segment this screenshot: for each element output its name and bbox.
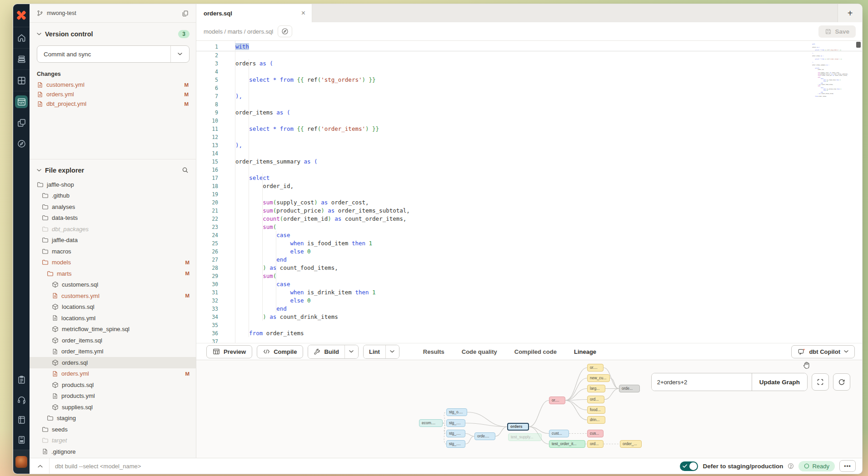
lineage-node-new_cu[interactable]: new_cu... (587, 374, 610, 382)
user-avatar-cell[interactable] (13, 450, 30, 474)
file-tree-item-locations-sql[interactable]: locations.sql (30, 302, 196, 313)
code-editor[interactable]: 1with23orders as (45 select * from {{ re… (196, 41, 862, 343)
rail-item-changelog-kiosk[interactable] (13, 430, 30, 450)
lineage-node-or_y[interactable]: or.... (587, 364, 604, 372)
file-tree-item-products-sql[interactable]: products.sql (30, 379, 196, 391)
code-line-2[interactable]: 2 (196, 51, 862, 60)
lineage-node-t_sup[interactable]: test_supply... (508, 433, 542, 441)
code-line-30[interactable]: 30 case (196, 280, 862, 288)
user-avatar[interactable] (15, 456, 27, 468)
lineage-node-stg_c[interactable]: stg_.... (446, 430, 465, 437)
refresh-graph-button[interactable] (833, 373, 850, 391)
editor-scrollbar[interactable] (856, 41, 861, 343)
code-line-37[interactable]: 37 (196, 337, 862, 343)
code-line-36[interactable]: 36 from order_items (196, 329, 862, 337)
file-tree-item-order-items-sql[interactable]: order_items.sql (30, 335, 196, 346)
code-line-6[interactable]: 6 (196, 84, 862, 92)
editor-tab-orders-sql[interactable]: orders.sql × (196, 4, 312, 22)
file-tree-item-marts[interactable]: martsM (30, 268, 196, 279)
lineage-node-stg_b[interactable]: stg_.... (446, 419, 465, 427)
code-line-31[interactable]: 31 when is_drink_item then 1 (196, 288, 862, 297)
code-line-26[interactable]: 26 else 0 (196, 248, 862, 256)
lineage-node-drin[interactable]: drin... (587, 416, 605, 424)
expand-command-bar-button[interactable] (36, 463, 45, 470)
lineage-node-food[interactable]: food... (587, 406, 605, 414)
file-tree-item--github[interactable]: .github (30, 190, 196, 202)
commit-and-sync-button[interactable]: Commit and sync (37, 45, 190, 63)
file-tree-item-target[interactable]: target (30, 435, 196, 446)
rail-item-projects-stack[interactable] (13, 49, 30, 70)
pane-tab-code-quality[interactable]: Code quality (462, 343, 497, 361)
code-line-8[interactable]: 8 (196, 100, 862, 109)
lint-button[interactable]: Lint (364, 345, 385, 358)
lineage-node-ecom[interactable]: ecom.... (419, 419, 443, 427)
fullscreen-button[interactable] (812, 373, 829, 391)
defer-toggle[interactable] (680, 461, 698, 471)
lineage-node-ord_b[interactable]: ord... (587, 440, 604, 448)
file-tree-item-supplies-sql[interactable]: supplies.sql (30, 402, 196, 413)
code-line-28[interactable]: 28 ) as count_food_items, (196, 264, 862, 272)
code-line-23[interactable]: 23 sum( (196, 223, 862, 231)
code-line-29[interactable]: 29 sum( (196, 272, 862, 280)
close-tab-icon[interactable]: × (301, 10, 305, 17)
rail-item-tasks-clipboard[interactable] (13, 370, 30, 390)
code-line-27[interactable]: 27 end (196, 256, 862, 264)
code-line-21[interactable]: 21 sum(product_price) as order_items_sub… (196, 207, 862, 215)
code-line-32[interactable]: 32 else 0 (196, 297, 862, 305)
rail-item-environments[interactable] (13, 112, 30, 133)
lineage-node-t_ord[interactable]: test_order_it... (549, 440, 585, 448)
code-line-34[interactable]: 34 ) as count_drink_items (196, 313, 862, 321)
lineage-node-orders[interactable]: orders (507, 423, 529, 431)
lineage-node-larg[interactable]: larg... (587, 385, 605, 392)
save-button[interactable]: Save (818, 25, 856, 38)
code-line-35[interactable]: 35 (196, 321, 862, 329)
preview-button[interactable]: Preview (206, 345, 252, 358)
duplicate-tab-button[interactable] (181, 9, 190, 18)
lint-options-dropdown[interactable] (385, 345, 399, 358)
code-line-16[interactable]: 16 (196, 166, 862, 174)
code-line-33[interactable]: 33 end (196, 305, 862, 313)
file-tree-item-seeds[interactable]: seeds (30, 424, 196, 435)
code-line-3[interactable]: 3orders as ( (196, 60, 862, 68)
code-line-13[interactable]: 13), (196, 141, 862, 149)
file-tree-item-metricflow-time-spine-sql[interactable]: metricflow_time_spine.sql (30, 324, 196, 335)
build-button[interactable]: Build (308, 345, 344, 358)
changed-file-row[interactable]: dbt_project.ymlM (30, 99, 196, 109)
code-line-1[interactable]: 1with (196, 43, 862, 51)
file-tree-item--gitignore[interactable]: .gitignore (30, 446, 196, 457)
lineage-node-order_c[interactable]: order_... (620, 440, 642, 448)
command-input[interactable] (54, 462, 675, 470)
lineage-node-orde1[interactable]: orde.... (474, 432, 495, 440)
pane-tab-results[interactable]: Results (423, 343, 444, 361)
lineage-node-cus_p[interactable]: cus... (587, 430, 604, 437)
code-line-15[interactable]: 15order_items_summary as ( (196, 158, 862, 166)
rail-item-develop-ide[interactable] (13, 91, 30, 112)
new-tab-button[interactable]: + (838, 4, 862, 22)
code-line-17[interactable]: 17 select (196, 174, 862, 182)
file-tree-item-locations-yml[interactable]: locations.yml (30, 312, 196, 324)
commit-options-dropdown[interactable] (170, 46, 189, 62)
view-in-lineage-button[interactable] (278, 25, 292, 37)
rail-item-docs-notebook[interactable] (13, 410, 30, 430)
scrollbar-thumb[interactable] (856, 42, 861, 48)
lineage-node-orde_g[interactable]: orde... (619, 385, 640, 392)
rail-item-explore-compass[interactable] (13, 133, 30, 154)
rail-item-dbt-logo[interactable] (13, 4, 30, 27)
code-line-25[interactable]: 25 when is_food_item then 1 (196, 239, 862, 248)
dbt-copilot-button[interactable]: dbt Copilot (791, 345, 855, 358)
file-tree-item-orders-sql[interactable]: orders.sql (30, 357, 196, 368)
lineage-selector-input[interactable] (652, 373, 752, 391)
code-line-5[interactable]: 5 select * from {{ ref('stg_orders') }} (196, 76, 862, 84)
more-options-button[interactable]: ••• (839, 460, 856, 472)
rail-item-apps-grid[interactable] (13, 70, 30, 91)
code-line-20[interactable]: 20 sum(supply_cost) as order_cost, (196, 198, 862, 207)
lineage-node-or_p[interactable]: or.... (549, 397, 565, 404)
file-tree-item-jaffle-shop[interactable]: jaffle-shop (30, 179, 196, 190)
code-line-19[interactable]: 19 (196, 190, 862, 198)
code-line-22[interactable]: 22 count(order_item_id) as count_order_i… (196, 215, 862, 223)
file-tree-item-staging[interactable]: staging (30, 413, 196, 424)
changed-file-row[interactable]: customers.ymlM (30, 80, 196, 89)
changed-file-row[interactable]: orders.ymlM (30, 89, 196, 99)
update-graph-button[interactable]: Update Graph (752, 373, 807, 391)
code-line-24[interactable]: 24 case (196, 231, 862, 239)
